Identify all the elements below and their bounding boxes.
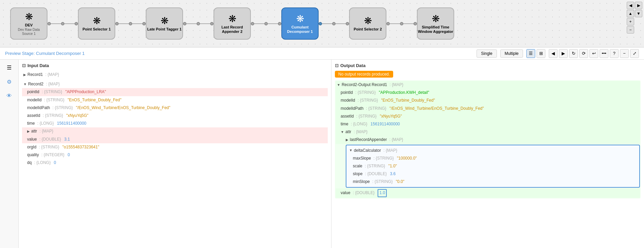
node-dev-subtitle: Dev Raw DataSource 1 (18, 28, 40, 36)
record2-pointid-row: pointId : {STRING} "APPProduction_LRA" (22, 88, 328, 96)
out-modelid-name: modelId (341, 97, 355, 104)
out-lastrecord-toggle[interactable]: ▶ (346, 137, 348, 143)
line-3 (186, 23, 197, 24)
out-delta-toggle[interactable]: ▼ (349, 148, 353, 153)
dot-18 (414, 22, 417, 25)
out-time-name: time (341, 121, 348, 127)
record2-output-type: : {MAP} (388, 82, 403, 88)
node-stwa-icon: ❋ (432, 13, 440, 24)
record1-label: Record1 (27, 71, 43, 78)
sidebar-gear-icon[interactable]: ⚙ (4, 77, 14, 87)
node-cumulant-decomposer[interactable]: ❋ CumulantDecomposer 1 (281, 7, 319, 40)
out-maxslope-name: maxSlope (353, 155, 371, 162)
out-lastrecord-type: : {MAP} (388, 137, 403, 143)
out-value-val: 1.0 (379, 190, 385, 195)
output-panel: ⊡ Output Data No output records produced… (331, 60, 644, 248)
node-lra-title: Last RecordAppender 2 (221, 25, 243, 34)
dot-7 (183, 22, 186, 25)
out-scale-type: : {STRING} (364, 163, 386, 169)
line-4b (268, 23, 278, 24)
out-time-value: 1561911400000 (370, 121, 400, 127)
list-view-btn[interactable]: ☰ (526, 49, 535, 58)
nav-right-btn[interactable]: ▶ (635, 2, 642, 9)
line-2 (119, 23, 129, 24)
assetid-value: "xNyuYq5G" (66, 112, 88, 119)
preview-title: Preview Stage: Cumulant Decomposer 1 (5, 51, 473, 56)
record1-toggle[interactable]: ▶ (23, 72, 26, 78)
single-button[interactable]: Single (477, 49, 497, 58)
node-ps1-wrapper: ❋ Point Selector 1 (78, 7, 146, 40)
help-btn[interactable]: ? (610, 49, 619, 58)
dot-9 (210, 22, 214, 25)
node-ps2-icon: ❋ (364, 15, 372, 26)
nav-up-btn[interactable]: ▲ (627, 10, 634, 17)
node-stwa-wrapper: ❋ Simplified TimeWindow Aggregator (417, 7, 454, 40)
pointid-type: : {STRING} (41, 89, 63, 95)
refresh-btn[interactable]: ↻ (569, 49, 578, 58)
no-output-badge: No output records produced. (335, 71, 393, 78)
nav-prev-btn[interactable]: ◀ (549, 49, 558, 58)
out-modelidpath-row: modelIdPath : {STRING} "/EnOS_Wind_Turbi… (336, 105, 640, 112)
quality-value: 0 (67, 152, 70, 158)
node-dev-title: DEV (25, 23, 33, 27)
dot-16 (386, 22, 390, 25)
record2-label: Record2 (28, 81, 43, 87)
node-last-record-appender[interactable]: ❋ Last RecordAppender 2 (214, 7, 251, 40)
node-dev[interactable]: ❋ DEV Dev Raw DataSource 1 (10, 7, 47, 40)
out-lastrecord-name: lastRecordAppender (350, 137, 387, 143)
preview-title-text: Preview Stage: Cumulant Decomposer (5, 51, 82, 56)
collapse-btn[interactable]: − (620, 49, 629, 58)
node-point-selector-2[interactable]: ❋ Point Selector 2 (349, 7, 386, 40)
out-delta-header-row: ▼ deltaCalculator : {MAP} (348, 147, 638, 154)
line-4 (254, 23, 264, 24)
delta-calculator-box: ▼ deltaCalculator : {MAP} maxSlope : {ST… (346, 145, 640, 188)
multiple-button[interactable]: Multiple (500, 49, 523, 58)
expand-btn[interactable]: ⤢ (630, 49, 639, 58)
grid-view-btn[interactable]: ⊞ (537, 49, 545, 58)
node-point-selector-1[interactable]: ❋ Point Selector 1 (78, 7, 115, 40)
nav-left-btn[interactable]: ◀ (627, 2, 634, 9)
out-maxslope-value: "100000.0" (397, 155, 417, 162)
undo-btn[interactable]: ↩ (589, 49, 598, 58)
line-5b (336, 23, 346, 24)
record2-output-toggle[interactable]: ▼ (337, 82, 340, 88)
out-slope-type: : {DOUBLE} (364, 171, 388, 177)
modelidpath-type: : {STRING} (51, 105, 74, 111)
dot-5 (129, 22, 132, 25)
connector-5 (319, 22, 349, 25)
input-panel: ⊡ Input Data ▶ Record1 : {MAP} ▼ Record2… (19, 60, 331, 248)
node-lpt-icon: ❋ (161, 15, 168, 26)
record1-block: ▶ Record1 : {MAP} (22, 71, 328, 79)
record2-output-label: Record2-Output Record1 (342, 82, 387, 88)
more-btn[interactable]: ••• (600, 49, 608, 58)
out-time-type: : {LONG} (350, 121, 368, 127)
nav-zoom-out-btn[interactable]: − (627, 26, 634, 34)
node-late-point-tagger[interactable]: ❋ Late Point Tagger 1 (146, 7, 183, 40)
preview-title-num: 1 (82, 51, 85, 56)
nav-next-btn[interactable]: ▶ (559, 49, 568, 58)
line-3b (200, 23, 210, 24)
node-ps1-icon: ❋ (93, 15, 101, 26)
record2-toggle[interactable]: ▼ (23, 82, 27, 87)
connector-6 (386, 22, 417, 25)
nav-controls: ◀ ▶ ▲ ▼ + − (627, 2, 642, 34)
dot-3 (75, 22, 78, 25)
record2-output-block: ▼ Record2-Output Record1 : {MAP} pointId… (335, 80, 641, 199)
nav-zoom-in-btn[interactable]: + (627, 18, 634, 25)
dot-2 (61, 22, 64, 25)
out-pointid-row: pointId : {STRING} "APProduction.KWH_det… (336, 89, 640, 97)
out-assetid-name: assetId (341, 113, 354, 120)
nav-down-btn[interactable]: ▼ (635, 10, 642, 17)
orgid-name: orgId (27, 144, 36, 150)
attr-toggle[interactable]: ▶ (27, 129, 30, 134)
sidebar-list-icon[interactable]: ☰ (4, 62, 14, 73)
out-scale-value: "1.0" (388, 163, 397, 169)
out-attr-toggle[interactable]: ▼ (341, 129, 344, 135)
node-stwa-title: Simplified TimeWindow Aggregator (418, 25, 453, 34)
dq-name: dq (27, 160, 32, 166)
sidebar-eye-icon[interactable]: 👁 (4, 91, 14, 101)
dot-1 (47, 22, 51, 25)
refresh2-btn[interactable]: ⟳ (579, 49, 588, 58)
out-pointid-name: pointId (341, 89, 353, 96)
node-simplified-time-window[interactable]: ❋ Simplified TimeWindow Aggregator (417, 7, 454, 40)
